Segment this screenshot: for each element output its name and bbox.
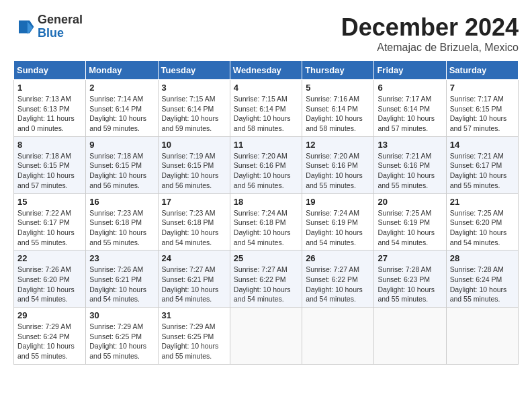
table-row: 4Sunrise: 7:15 AMSunset: 6:14 PMDaylight… — [230, 80, 302, 137]
day-detail: Sunrise: 7:20 AMSunset: 6:16 PMDaylight:… — [234, 151, 298, 191]
col-monday: Monday — [86, 61, 158, 80]
col-tuesday: Tuesday — [158, 61, 230, 80]
day-number: 2 — [89, 83, 154, 93]
header: General Blue December 2024 Atemajac de B… — [13, 13, 519, 54]
col-saturday: Saturday — [446, 61, 518, 80]
table-row: 7Sunrise: 7:17 AMSunset: 6:15 PMDaylight… — [446, 80, 518, 137]
day-number: 28 — [450, 253, 515, 263]
table-row: 3Sunrise: 7:15 AMSunset: 6:14 PMDaylight… — [158, 80, 230, 137]
month-title: December 2024 — [341, 13, 519, 42]
logo-icon — [13, 16, 35, 38]
table-row: 24Sunrise: 7:27 AMSunset: 6:21 PMDayligh… — [158, 250, 230, 308]
day-detail: Sunrise: 7:26 AMSunset: 6:20 PMDaylight:… — [17, 265, 82, 304]
day-number: 30 — [89, 310, 154, 320]
day-detail: Sunrise: 7:23 AMSunset: 6:18 PMDaylight:… — [89, 208, 154, 248]
day-number: 20 — [378, 197, 442, 207]
day-number: 24 — [162, 253, 226, 263]
day-number: 18 — [234, 197, 298, 207]
day-detail: Sunrise: 7:27 AMSunset: 6:22 PMDaylight:… — [234, 265, 298, 304]
col-thursday: Thursday — [302, 61, 374, 80]
day-detail: Sunrise: 7:21 AMSunset: 6:16 PMDaylight:… — [378, 151, 442, 191]
table-row — [446, 308, 518, 365]
day-number: 3 — [162, 83, 226, 93]
day-detail: Sunrise: 7:20 AMSunset: 6:16 PMDaylight:… — [306, 151, 370, 191]
day-detail: Sunrise: 7:18 AMSunset: 6:15 PMDaylight:… — [89, 151, 154, 191]
table-row: 17Sunrise: 7:23 AMSunset: 6:18 PMDayligh… — [158, 193, 230, 250]
day-number: 14 — [450, 140, 515, 150]
day-detail: Sunrise: 7:27 AMSunset: 6:22 PMDaylight:… — [306, 265, 370, 304]
table-row: 9Sunrise: 7:18 AMSunset: 6:15 PMDaylight… — [86, 136, 158, 193]
subtitle: Atemajac de Brizuela, Mexico — [341, 42, 519, 54]
table-row: 19Sunrise: 7:24 AMSunset: 6:19 PMDayligh… — [302, 193, 374, 250]
day-detail: Sunrise: 7:13 AMSunset: 6:13 PMDaylight:… — [17, 94, 82, 134]
table-row: 5Sunrise: 7:16 AMSunset: 6:14 PMDaylight… — [302, 80, 374, 137]
day-detail: Sunrise: 7:24 AMSunset: 6:19 PMDaylight:… — [306, 208, 370, 248]
calendar-week-row: 15Sunrise: 7:22 AMSunset: 6:17 PMDayligh… — [14, 193, 519, 250]
table-row: 30Sunrise: 7:29 AMSunset: 6:25 PMDayligh… — [86, 308, 158, 365]
col-friday: Friday — [374, 61, 446, 80]
table-row: 12Sunrise: 7:20 AMSunset: 6:16 PMDayligh… — [302, 136, 374, 193]
calendar-table: Sunday Monday Tuesday Wednesday Thursday… — [13, 60, 519, 365]
table-row: 13Sunrise: 7:21 AMSunset: 6:16 PMDayligh… — [374, 136, 446, 193]
day-number: 5 — [306, 83, 370, 93]
day-detail: Sunrise: 7:28 AMSunset: 6:24 PMDaylight:… — [450, 265, 515, 304]
day-number: 4 — [234, 83, 298, 93]
table-row: 14Sunrise: 7:21 AMSunset: 6:17 PMDayligh… — [446, 136, 518, 193]
day-detail: Sunrise: 7:22 AMSunset: 6:17 PMDaylight:… — [17, 208, 82, 248]
day-detail: Sunrise: 7:15 AMSunset: 6:14 PMDaylight:… — [162, 94, 226, 134]
calendar-week-row: 8Sunrise: 7:18 AMSunset: 6:15 PMDaylight… — [14, 136, 519, 193]
table-row: 23Sunrise: 7:26 AMSunset: 6:21 PMDayligh… — [86, 250, 158, 308]
day-number: 9 — [89, 140, 154, 150]
day-number: 7 — [450, 83, 515, 93]
logo-general: General — [38, 13, 83, 27]
table-row: 8Sunrise: 7:18 AMSunset: 6:15 PMDaylight… — [14, 136, 86, 193]
table-row — [230, 308, 302, 365]
table-row: 27Sunrise: 7:28 AMSunset: 6:23 PMDayligh… — [374, 250, 446, 308]
day-number: 21 — [450, 197, 515, 207]
day-number: 19 — [306, 197, 370, 207]
day-detail: Sunrise: 7:29 AMSunset: 6:25 PMDaylight:… — [162, 322, 226, 361]
day-number: 13 — [378, 140, 442, 150]
table-row: 10Sunrise: 7:19 AMSunset: 6:15 PMDayligh… — [158, 136, 230, 193]
calendar-week-row: 29Sunrise: 7:29 AMSunset: 6:24 PMDayligh… — [14, 308, 519, 365]
col-wednesday: Wednesday — [230, 61, 302, 80]
day-number: 22 — [17, 253, 82, 263]
logo-blue: Blue — [38, 27, 83, 40]
day-number: 16 — [89, 197, 154, 207]
day-number: 26 — [306, 253, 370, 263]
table-row: 20Sunrise: 7:25 AMSunset: 6:19 PMDayligh… — [374, 193, 446, 250]
col-sunday: Sunday — [14, 61, 86, 80]
day-number: 23 — [89, 253, 154, 263]
table-row: 6Sunrise: 7:17 AMSunset: 6:14 PMDaylight… — [374, 80, 446, 137]
day-number: 25 — [234, 253, 298, 263]
day-detail: Sunrise: 7:18 AMSunset: 6:15 PMDaylight:… — [17, 151, 82, 191]
table-row: 28Sunrise: 7:28 AMSunset: 6:24 PMDayligh… — [446, 250, 518, 308]
day-detail: Sunrise: 7:26 AMSunset: 6:21 PMDaylight:… — [89, 265, 154, 304]
day-detail: Sunrise: 7:29 AMSunset: 6:25 PMDaylight:… — [89, 322, 154, 361]
day-detail: Sunrise: 7:23 AMSunset: 6:18 PMDaylight:… — [162, 208, 226, 248]
day-number: 1 — [17, 83, 82, 93]
day-detail: Sunrise: 7:27 AMSunset: 6:21 PMDaylight:… — [162, 265, 226, 304]
day-number: 6 — [378, 83, 442, 93]
day-detail: Sunrise: 7:25 AMSunset: 6:20 PMDaylight:… — [450, 208, 515, 248]
logo: General Blue — [13, 13, 83, 40]
table-row: 21Sunrise: 7:25 AMSunset: 6:20 PMDayligh… — [446, 193, 518, 250]
day-number: 27 — [378, 253, 442, 263]
table-row: 29Sunrise: 7:29 AMSunset: 6:24 PMDayligh… — [14, 308, 86, 365]
calendar-header-row: Sunday Monday Tuesday Wednesday Thursday… — [14, 61, 519, 80]
title-section: December 2024 Atemajac de Brizuela, Mexi… — [341, 13, 519, 54]
day-number: 12 — [306, 140, 370, 150]
day-number: 29 — [17, 310, 82, 320]
day-detail: Sunrise: 7:19 AMSunset: 6:15 PMDaylight:… — [162, 151, 226, 191]
calendar-week-row: 22Sunrise: 7:26 AMSunset: 6:20 PMDayligh… — [14, 250, 519, 308]
day-number: 17 — [162, 197, 226, 207]
day-detail: Sunrise: 7:24 AMSunset: 6:18 PMDaylight:… — [234, 208, 298, 248]
day-detail: Sunrise: 7:16 AMSunset: 6:14 PMDaylight:… — [306, 94, 370, 134]
table-row: 26Sunrise: 7:27 AMSunset: 6:22 PMDayligh… — [302, 250, 374, 308]
day-detail: Sunrise: 7:28 AMSunset: 6:23 PMDaylight:… — [378, 265, 442, 304]
day-detail: Sunrise: 7:17 AMSunset: 6:14 PMDaylight:… — [378, 94, 442, 134]
table-row: 16Sunrise: 7:23 AMSunset: 6:18 PMDayligh… — [86, 193, 158, 250]
table-row: 25Sunrise: 7:27 AMSunset: 6:22 PMDayligh… — [230, 250, 302, 308]
table-row — [374, 308, 446, 365]
day-detail: Sunrise: 7:15 AMSunset: 6:14 PMDaylight:… — [234, 94, 298, 134]
